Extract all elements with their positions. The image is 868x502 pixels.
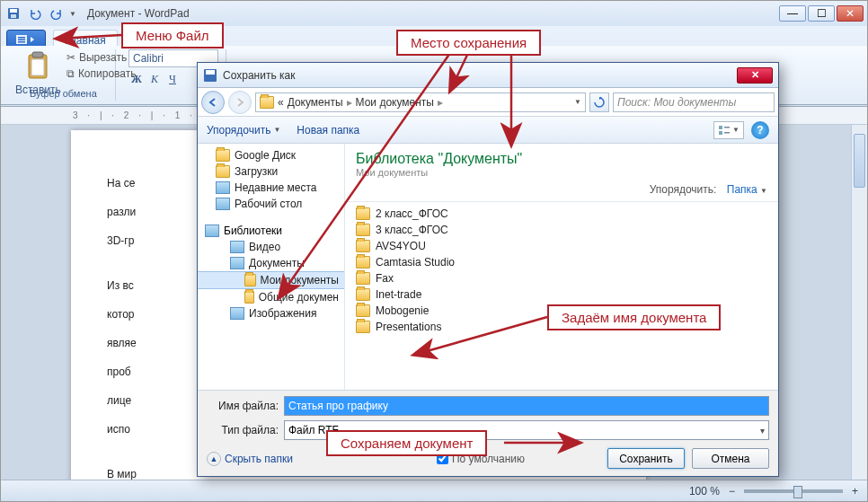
hide-folders-button[interactable]: ▲Скрыть папки [207,452,293,466]
nav-mydocs[interactable]: Мои документы [198,271,344,289]
italic-button[interactable]: К [146,71,163,87]
filetype-label: Тип файла: [207,424,279,436]
svg-rect-15 [724,132,730,134]
svg-rect-11 [206,70,215,75]
zoom-out-button[interactable]: − [729,485,735,498]
zoom-slider[interactable] [744,489,843,493]
paste-icon[interactable] [22,49,54,82]
sort-dropdown[interactable]: Папка ▼ [727,183,767,196]
nav-libraries[interactable]: Библиотеки [198,221,344,239]
dialog-titlebar: Сохранить как ✕ [198,63,778,88]
zoom-label: 100 % [689,485,720,498]
copy-button[interactable]: ⧉Копировать [66,67,137,80]
list-item[interactable]: Camtasia Studio [352,254,771,270]
list-item[interactable]: AVS4YOU [352,238,771,254]
nav-desktop[interactable]: Рабочий стол [198,196,344,212]
view-button[interactable]: ▼ [713,121,744,139]
nav-recent[interactable]: Недавние места [198,180,344,196]
zoom-in-button[interactable]: + [852,485,858,498]
save-icon [203,68,217,83]
svg-rect-9 [31,59,44,75]
minimize-button[interactable]: — [779,5,806,22]
list-item[interactable]: Fax [352,270,771,286]
svg-rect-6 [18,41,25,43]
library-subtitle: Мои документы [356,167,767,178]
list-item[interactable]: Inet-trade [352,286,771,303]
file-list[interactable]: 2 класс_ФГОС 3 класс_ФГОС AVS4YOU Camtas… [345,202,778,390]
nav-forward-button[interactable] [228,91,252,114]
nav-gdrive[interactable]: Google Диск [198,147,344,163]
qat-save-icon[interactable] [4,4,22,22]
list-item[interactable]: 3 класс_ФГОС [352,222,771,238]
cancel-button[interactable]: Отмена [692,448,769,469]
organize-button[interactable]: Упорядочить▼ [207,124,280,137]
list-item[interactable]: 2 класс_ФГОС [352,206,771,222]
scrollbar-thumb[interactable] [854,134,865,188]
save-as-dialog: Сохранить как ✕ « Документы ▸ Мои докуме… [197,62,779,477]
callout-do-save: Сохраняем документ [326,430,487,456]
nav-video[interactable]: Видео [198,239,344,255]
callout-file-menu: Меню Файл [121,22,224,48]
filename-label: Имя файла: [207,400,279,412]
status-bar: 100 % − + [1,480,867,501]
library-title: Библиотека "Документы" [356,151,767,167]
underline-button[interactable]: Ч [164,71,181,87]
search-input[interactable]: Поиск: Мои документы [613,92,775,112]
callout-set-filename: Задаём имя документа [547,304,721,330]
svg-rect-13 [719,131,722,135]
svg-rect-1 [10,9,17,13]
nav-documents[interactable]: Документы [198,255,344,271]
maximize-button[interactable]: ☐ [808,5,835,22]
svg-rect-12 [719,126,722,129]
window-title: Документ - WordPad [87,7,190,20]
new-folder-button[interactable]: Новая папка [297,124,359,137]
scissors-icon: ✂ [66,51,75,64]
clipboard-group-label: Буфер обмена [30,88,97,99]
close-button[interactable]: ✕ [837,5,864,22]
dialog-close-button[interactable]: ✕ [737,67,773,84]
svg-rect-8 [32,52,43,57]
folder-icon [260,96,274,109]
cut-button[interactable]: ✂Вырезать [66,51,137,64]
qat-dropdown-icon[interactable]: ▼ [69,10,76,18]
svg-rect-2 [11,14,16,18]
copy-icon: ⧉ [66,67,75,80]
chevron-down-icon[interactable]: ▼ [574,98,581,106]
svg-rect-4 [18,37,25,39]
nav-publicdocs[interactable]: Общие докумен [198,289,344,305]
svg-rect-5 [18,40,25,41]
qat-undo-icon[interactable] [26,4,44,22]
help-button[interactable]: ? [751,121,769,139]
navigation-pane[interactable]: Google Диск Загрузки Недавние места Рабо… [198,144,345,390]
qat-redo-icon[interactable] [48,4,66,22]
vertical-scrollbar[interactable] [851,125,867,480]
filename-input[interactable] [284,396,769,416]
nav-back-button[interactable] [201,91,225,114]
callout-save-location: Место сохранения [396,30,541,56]
save-button[interactable]: Сохранить [607,448,685,469]
nav-pictures[interactable]: Изображения [198,305,344,321]
address-bar[interactable]: « Документы ▸ Мои документы ▸ ▼ [255,92,586,112]
svg-rect-14 [724,127,730,128]
dialog-title: Сохранить как [223,69,295,82]
refresh-button[interactable] [589,92,609,112]
nav-downloads[interactable]: Загрузки [198,163,344,180]
